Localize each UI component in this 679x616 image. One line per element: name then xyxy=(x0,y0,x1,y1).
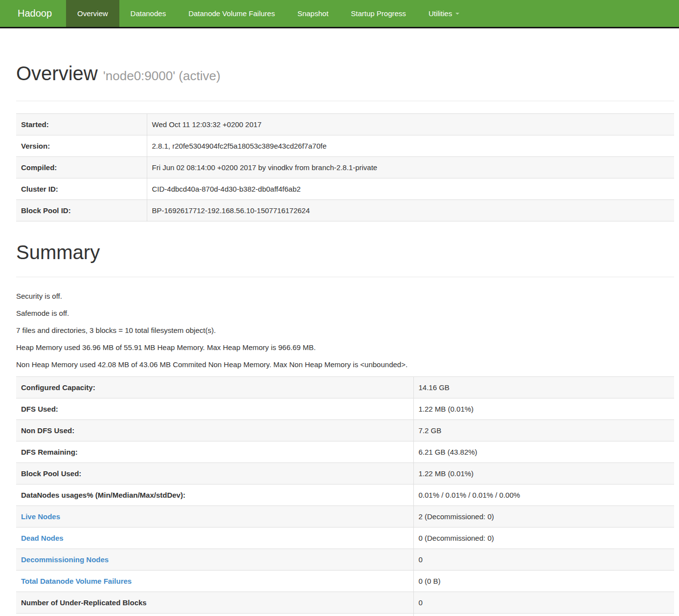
dead-nodes-link[interactable]: Dead Nodes xyxy=(21,534,64,542)
summary-table-body: Configured Capacity:14.16 GBDFS Used:1.2… xyxy=(16,377,674,616)
row-value: 6.21 GB (43.82%) xyxy=(413,441,674,463)
page-title: Overview 'node0:9000' (active) xyxy=(16,62,674,88)
page-subtitle: 'node0:9000' (active) xyxy=(103,68,221,83)
row-value: 1.22 MB (0.01%) xyxy=(413,463,674,484)
nav-link-overview[interactable]: Overview xyxy=(66,0,119,27)
row-value: 0 xyxy=(413,549,674,571)
row-label-total-datanode-volume-failures: Total Datanode Volume Failures xyxy=(16,571,413,592)
row-value: 2.8.1, r20fe5304904fc2f5a18053c389e43cd2… xyxy=(147,135,674,157)
summary-paragraph: Safemode is off. xyxy=(16,308,674,318)
row-label-cluster-id: Cluster ID: xyxy=(16,178,147,200)
table-row: Decommissioning Nodes0 xyxy=(16,549,674,571)
decommissioning-nodes-link[interactable]: Decommissioning Nodes xyxy=(21,555,109,564)
nav-item-snapshot[interactable]: Snapshot xyxy=(286,0,340,27)
row-label-number-of-blocks-pending-deletion: Number of Blocks Pending Deletion xyxy=(16,614,413,616)
row-value: 7.2 GB xyxy=(413,420,674,441)
navbar-menu: OverviewDatanodesDatanode Volume Failure… xyxy=(66,0,471,27)
row-label-compiled: Compiled: xyxy=(16,157,147,178)
table-row: Non DFS Used:7.2 GB xyxy=(16,420,674,441)
page-title-text: Overview xyxy=(16,63,98,84)
table-row: Live Nodes2 (Decommissioned: 0) xyxy=(16,506,674,528)
table-row: DFS Remaining:6.21 GB (43.82%) xyxy=(16,441,674,463)
row-value: Fri Jun 02 08:14:00 +0200 2017 by vinodk… xyxy=(147,157,674,178)
chevron-down-icon xyxy=(455,13,459,15)
main-content: Overview 'node0:9000' (active) Started:W… xyxy=(0,62,679,616)
total-datanode-volume-failures-link[interactable]: Total Datanode Volume Failures xyxy=(21,577,132,585)
nav-item-datanodes[interactable]: Datanodes xyxy=(119,0,178,27)
table-row: Total Datanode Volume Failures0 (0 B) xyxy=(16,571,674,592)
row-label-block-pool-id: Block Pool ID: xyxy=(16,200,147,221)
nav-link-utilities[interactable]: Utilities xyxy=(417,0,471,27)
row-value: BP-1692617712-192.168.56.10-150771617262… xyxy=(147,200,674,221)
nav-item-utilities[interactable]: Utilities xyxy=(417,0,471,27)
row-label-configured-capacity: Configured Capacity: xyxy=(16,377,413,398)
row-value: 0 xyxy=(413,592,674,614)
table-row: Number of Blocks Pending Deletion0 xyxy=(16,614,674,616)
summary-paragraph: Security is off. xyxy=(16,291,674,301)
table-row: Compiled:Fri Jun 02 08:14:00 +0200 2017 … xyxy=(16,157,674,178)
overview-header: Overview 'node0:9000' (active) xyxy=(16,62,674,101)
table-row: Configured Capacity:14.16 GB xyxy=(16,377,674,398)
table-row: Block Pool Used:1.22 MB (0.01%) xyxy=(16,463,674,484)
table-row: Number of Under-Replicated Blocks0 xyxy=(16,592,674,614)
summary-paragraph: Non Heap Memory used 42.08 MB of 43.06 M… xyxy=(16,359,674,370)
row-label-version: Version: xyxy=(16,135,147,157)
table-row: Block Pool ID:BP-1692617712-192.168.56.1… xyxy=(16,200,674,221)
row-value: CID-4dbcd40a-870d-4d30-b382-db0aff4f6ab2 xyxy=(147,178,674,200)
row-value: 0 (Decommissioned: 0) xyxy=(413,528,674,549)
overview-table: Started:Wed Oct 11 12:03:32 +0200 2017Ve… xyxy=(16,113,674,221)
summary-paragraph: 7 files and directories, 3 blocks = 10 t… xyxy=(16,325,674,335)
summary-paragraph: Heap Memory used 36.96 MB of 55.91 MB He… xyxy=(16,342,674,352)
nav-link-startup-progress[interactable]: Startup Progress xyxy=(340,0,417,27)
row-value: Wed Oct 11 12:03:32 +0200 2017 xyxy=(147,114,674,135)
row-label-live-nodes: Live Nodes xyxy=(16,506,413,528)
table-row: Cluster ID:CID-4dbcd40a-870d-4d30-b382-d… xyxy=(16,178,674,200)
summary-paragraphs: Security is off.Safemode is off.7 files … xyxy=(16,291,674,370)
row-label-block-pool-used: Block Pool Used: xyxy=(16,463,413,484)
navbar-brand[interactable]: Hadoop xyxy=(0,0,59,27)
nav-label: Datanodes xyxy=(131,9,166,18)
row-label-number-of-under-replicated-blocks: Number of Under-Replicated Blocks xyxy=(16,592,413,614)
nav-item-startup-progress[interactable]: Startup Progress xyxy=(340,0,417,27)
overview-table-body: Started:Wed Oct 11 12:03:32 +0200 2017Ve… xyxy=(16,114,674,221)
row-value: 0 (0 B) xyxy=(413,571,674,592)
row-label-dfs-used: DFS Used: xyxy=(16,398,413,420)
table-row: Version:2.8.1, r20fe5304904fc2f5a18053c3… xyxy=(16,135,674,157)
row-value: 14.16 GB xyxy=(413,377,674,398)
nav-item-datanode-volume-failures[interactable]: Datanode Volume Failures xyxy=(177,0,286,27)
table-row: Dead Nodes0 (Decommissioned: 0) xyxy=(16,528,674,549)
row-value: 0 xyxy=(413,614,674,616)
nav-link-datanodes[interactable]: Datanodes xyxy=(119,0,178,27)
nav-label: Startup Progress xyxy=(351,9,406,18)
summary-header: Summary xyxy=(16,241,674,277)
table-row: DataNodes usages% (Min/Median/Max/stdDev… xyxy=(16,484,674,506)
row-value: 2 (Decommissioned: 0) xyxy=(413,506,674,528)
row-label-decommissioning-nodes: Decommissioning Nodes xyxy=(16,549,413,571)
row-value: 0.01% / 0.01% / 0.01% / 0.00% xyxy=(413,484,674,506)
navbar: Hadoop OverviewDatanodesDatanode Volume … xyxy=(0,0,679,28)
nav-label: Overview xyxy=(77,9,108,18)
row-label-non-dfs-used: Non DFS Used: xyxy=(16,420,413,441)
summary-title: Summary xyxy=(16,241,674,264)
live-nodes-link[interactable]: Live Nodes xyxy=(21,512,60,521)
summary-table: Configured Capacity:14.16 GBDFS Used:1.2… xyxy=(16,376,674,616)
nav-label: Utilities xyxy=(429,9,452,18)
nav-item-overview[interactable]: Overview xyxy=(66,0,119,27)
nav-link-snapshot[interactable]: Snapshot xyxy=(286,0,340,27)
row-label-dead-nodes: Dead Nodes xyxy=(16,528,413,549)
row-label-started: Started: xyxy=(16,114,147,135)
nav-link-datanode-volume-failures[interactable]: Datanode Volume Failures xyxy=(177,0,286,27)
table-row: DFS Used:1.22 MB (0.01%) xyxy=(16,398,674,420)
row-label-datanodes-usages-min-median-max-stddev: DataNodes usages% (Min/Median/Max/stdDev… xyxy=(16,484,413,506)
nav-label: Snapshot xyxy=(297,9,328,18)
nav-label: Datanode Volume Failures xyxy=(188,9,275,18)
row-label-dfs-remaining: DFS Remaining: xyxy=(16,441,413,463)
table-row: Started:Wed Oct 11 12:03:32 +0200 2017 xyxy=(16,114,674,135)
row-value: 1.22 MB (0.01%) xyxy=(413,398,674,420)
